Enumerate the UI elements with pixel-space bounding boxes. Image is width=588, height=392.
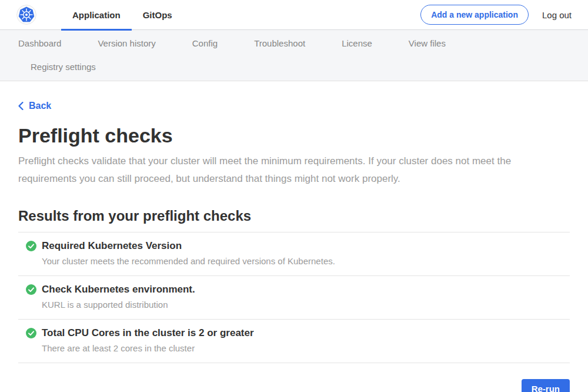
top-tab-label: GitOps xyxy=(143,10,172,20)
back-chevron-icon xyxy=(18,102,24,110)
check-header: Total CPU Cores in the cluster is 2 or g… xyxy=(26,327,570,339)
subnav-item[interactable]: Dashboard xyxy=(0,32,79,55)
subnav-item[interactable]: Registry settings xyxy=(0,55,114,79)
logout-link[interactable]: Log out xyxy=(542,10,572,20)
subnav-list: Dashboard Version history Config Trouble… xyxy=(0,30,517,81)
subnav-item[interactable]: License xyxy=(323,32,390,55)
results-heading: Results from your preflight checks xyxy=(18,208,570,224)
check-title: Total CPU Cores in the cluster is 2 or g… xyxy=(42,327,254,339)
preflight-page: Back Preflight checks Preflight checks v… xyxy=(0,81,588,392)
top-tab[interactable]: GitOps xyxy=(132,0,183,30)
preflight-results-list: Required Kubernetes Version Your cluster… xyxy=(18,232,570,363)
check-description: KURL is a supported distribution xyxy=(42,300,570,310)
kubernetes-logo-icon xyxy=(16,5,36,25)
check-description: Your cluster meets the recommended and r… xyxy=(42,256,570,266)
back-label: Back xyxy=(29,101,51,111)
check-title: Check Kubernetes environment. xyxy=(42,284,195,295)
check-header: Check Kubernetes environment. xyxy=(26,284,570,295)
preflight-check-row: Check Kubernetes environment. KURL is a … xyxy=(18,275,570,319)
subnav-item[interactable]: Config xyxy=(174,32,236,55)
check-title: Required Kubernetes Version xyxy=(42,240,182,252)
rerun-button[interactable]: Re-run xyxy=(522,379,570,392)
top-tab[interactable]: Application xyxy=(61,0,132,30)
top-tabs: Application GitOps xyxy=(61,0,183,30)
subnav-item[interactable]: View files xyxy=(390,32,464,55)
preflight-check-row: Total CPU Cores in the cluster is 2 or g… xyxy=(18,319,570,363)
top-tab-label: Application xyxy=(72,10,121,20)
page-description: Preflight checks validate that your clus… xyxy=(18,152,559,188)
top-navbar: Application GitOps Add a new application… xyxy=(0,0,588,30)
check-pass-icon xyxy=(26,241,36,251)
check-header: Required Kubernetes Version xyxy=(26,240,570,252)
check-description: There are at least 2 cores in the cluste… xyxy=(42,343,570,353)
subnav-item[interactable]: Troubleshoot xyxy=(236,32,323,55)
add-application-button[interactable]: Add a new application xyxy=(420,5,529,25)
preflight-check-row: Required Kubernetes Version Your cluster… xyxy=(18,232,570,275)
app-subnav: Dashboard Version history Config Trouble… xyxy=(0,30,588,81)
back-link[interactable]: Back xyxy=(18,101,51,111)
check-pass-icon xyxy=(26,284,36,295)
check-pass-icon xyxy=(26,328,36,338)
page-title: Preflight checks xyxy=(18,124,570,147)
subnav-item[interactable]: Version history xyxy=(79,32,173,55)
page-footer: Re-run xyxy=(18,363,570,392)
topbar-actions: Add a new application Log out xyxy=(420,5,572,25)
